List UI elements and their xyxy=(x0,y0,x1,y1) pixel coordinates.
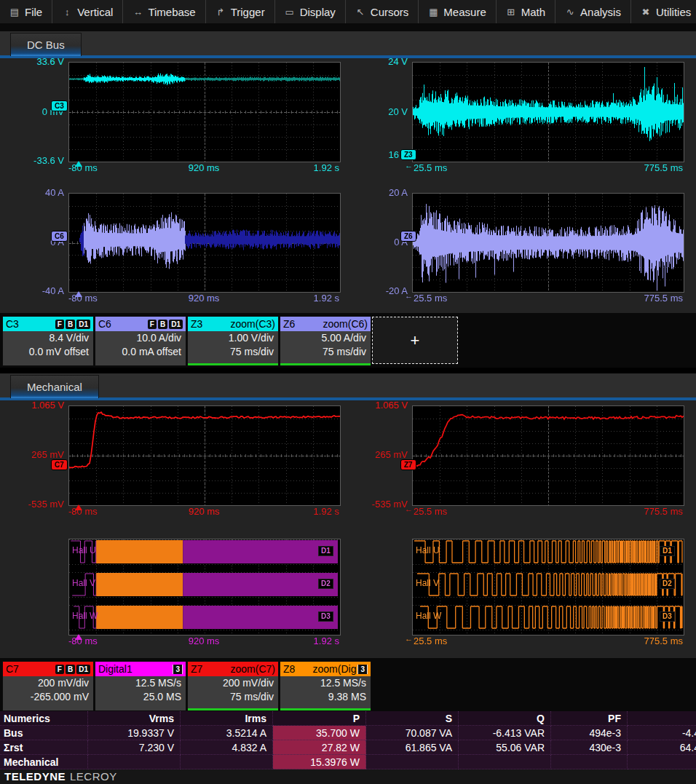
column-header-extra xyxy=(628,711,696,726)
descriptor-c6[interactable]: C6 FBD1 10.0 A/div 0.0 mA offset xyxy=(95,316,186,366)
channel-name: Digital1 xyxy=(98,663,133,675)
x-axis-label: 1.92 s xyxy=(281,636,339,646)
menu-label: Measure xyxy=(443,6,486,18)
descriptor-z3[interactable]: Z3 zoom(C3) 1.00 V/div 75 ms/div xyxy=(187,316,279,366)
channel-name: Z6 xyxy=(283,318,295,330)
value-rst-vrms: 7.230 V xyxy=(88,740,181,755)
value-rst-q: 55.06 VAR xyxy=(459,740,551,755)
badge-b: B xyxy=(158,320,167,329)
menu-item-timebase[interactable]: ↔Timebase xyxy=(123,0,205,23)
descriptor-c7[interactable]: C7 FBD1 200 mV/div -265.000 mV xyxy=(2,661,94,711)
menu-item-file[interactable]: ▤File xyxy=(0,0,52,23)
digital-lines-badge: 3 xyxy=(357,665,368,674)
y-axis-label: 33.6 V xyxy=(6,57,64,67)
y-axis-label: -20 A xyxy=(349,286,408,296)
menu-item-vertical[interactable]: ↕Vertical xyxy=(52,0,123,23)
digital-line-label: Hall W xyxy=(416,611,441,621)
menu-item-analysis[interactable]: ∿Analysis xyxy=(555,0,631,23)
channel-tag-c3[interactable]: C3 xyxy=(51,100,68,111)
trigger-marker-icon[interactable] xyxy=(75,504,82,510)
y-axis-label: 20 V xyxy=(349,107,408,117)
descriptor-digital1[interactable]: Digital1 3 12.5 MS/s 25.0 MS xyxy=(95,661,186,711)
digital-lines-badge: 3 xyxy=(173,665,183,674)
tab-dc-bus[interactable]: DC Bus xyxy=(10,33,82,56)
trigger-marker-icon[interactable] xyxy=(75,291,82,297)
channel-tag-z6[interactable]: Z6 xyxy=(400,231,416,242)
menu-label: Analysis xyxy=(580,6,621,18)
menu-label: Timebase xyxy=(148,6,195,18)
scale-value: 200 mV/div xyxy=(188,676,278,690)
channel-tag-c7[interactable]: C7 xyxy=(51,459,68,470)
badge-b: B xyxy=(66,665,75,674)
value-bus-s: 70.087 VA xyxy=(366,726,459,740)
menu-item-cursors[interactable]: ↖Cursors xyxy=(346,0,419,23)
row-label-mechanical: Mechanical xyxy=(0,755,88,769)
trigger-marker-icon[interactable] xyxy=(75,161,82,167)
x-axis-label: 1.92 s xyxy=(281,163,339,173)
record-length-value: 25.0 MS xyxy=(95,690,186,704)
digital-badge-d2: D2 xyxy=(318,579,333,589)
y-axis-label: -535 mV xyxy=(349,499,408,510)
menu-item-math[interactable]: ⊞Math xyxy=(497,0,555,23)
descriptor-z7[interactable]: Z7 zoom(C7) 200 mV/div 75 ms/div xyxy=(187,661,279,711)
column-header-s: S xyxy=(366,711,459,726)
descriptor-c3[interactable]: C3 FBD1 8.4 V/div 0.0 mV offset xyxy=(2,316,94,366)
waveform-canvas-z7 xyxy=(413,406,684,505)
tab-mechanical[interactable]: Mechanical xyxy=(10,375,99,398)
menu-item-measure[interactable]: ▦Measure xyxy=(419,0,496,23)
zoom-active-underline xyxy=(280,708,371,710)
cursor-icon: ↖ xyxy=(355,7,365,17)
row-label-sigma-rst: Σrst xyxy=(0,740,88,755)
waveform-grid-c6[interactable] xyxy=(68,193,341,293)
dc-bus-tab-bar: DC Bus xyxy=(0,31,696,58)
x-axis-label: 25.5 ms xyxy=(414,507,447,517)
waveform-grid-z6[interactable] xyxy=(412,193,684,293)
waveform-grid-z7[interactable] xyxy=(412,405,684,506)
waveform-grid-c7[interactable] xyxy=(68,405,341,506)
column-header-irms: Irms xyxy=(181,711,273,726)
y-axis-label: 0 A xyxy=(349,237,408,248)
y-axis-label: 24 V xyxy=(349,57,408,67)
channel-name: Z7 xyxy=(191,663,202,675)
menu-item-utilities[interactable]: ✖Utilities xyxy=(631,0,696,23)
descriptor-z6[interactable]: Z6 zoom(C6) 5.00 A/div 75 ms/div xyxy=(280,316,371,366)
x-axis-label: 775.5 ms xyxy=(610,636,683,646)
channel-tag-z3[interactable]: Z3 xyxy=(400,149,416,160)
digital-grid-right[interactable] xyxy=(412,539,684,635)
record-length-value: 9.38 MS xyxy=(280,690,371,704)
column-header-pf: PF xyxy=(551,711,628,726)
value-mech-s xyxy=(366,755,459,769)
scale-value: 5.00 A/div xyxy=(280,331,371,345)
menu-item-trigger[interactable]: ↱Trigger xyxy=(206,0,275,23)
waveform-grid-c3[interactable] xyxy=(68,62,341,162)
channel-tag-z7[interactable]: Z7 xyxy=(400,459,416,470)
offset-value: 0.0 mV offset xyxy=(3,345,93,359)
menu-bar: ▤File ↕Vertical ↔Timebase ↱Trigger ▭Disp… xyxy=(0,0,696,24)
waveform-canvas-z6 xyxy=(413,194,684,292)
y-axis-label: 265 mV xyxy=(6,450,64,460)
value-mech-q xyxy=(459,755,551,769)
zoom-active-underline xyxy=(280,363,371,365)
x-axis-label: -80 ms xyxy=(68,636,98,646)
scale-value: 8.4 V/div xyxy=(3,331,93,345)
trigger-marker-icon[interactable] xyxy=(75,634,82,640)
row-label-bus: Bus xyxy=(0,726,88,740)
digital-canvas-right xyxy=(413,539,684,635)
add-trace-button[interactable]: + xyxy=(372,317,458,364)
y-axis-label: 1.065 V xyxy=(6,400,64,411)
channel-tag-c6[interactable]: C6 xyxy=(51,231,68,242)
waveform-grid-z3[interactable] xyxy=(412,62,684,162)
zoom-start-arrow-icon: ← xyxy=(405,505,413,513)
digital-badge-d3: D3 xyxy=(660,611,675,622)
menu-item-display[interactable]: ▭Display xyxy=(275,0,346,23)
badge-d1: D1 xyxy=(76,320,90,329)
digital-grid-left[interactable] xyxy=(68,539,341,635)
digital-badge-d3: D3 xyxy=(318,611,333,622)
value-rst-s: 61.865 VA xyxy=(366,740,459,755)
brand-teledyne: TELEDYNE xyxy=(4,770,66,783)
descriptor-z8[interactable]: Z8 zoom(Dig3 12.5 MS/s 9.38 MS xyxy=(280,661,371,711)
y-axis-label: 16 xyxy=(349,150,399,160)
value-mech-extra xyxy=(628,755,696,769)
spacer xyxy=(0,23,696,31)
digital-line-label: Hall V xyxy=(72,579,95,588)
